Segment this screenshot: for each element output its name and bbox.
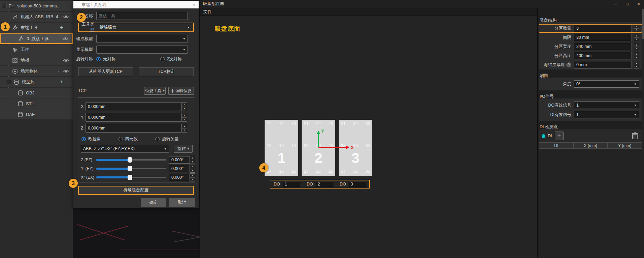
slider-ey[interactable]: [96, 166, 166, 171]
partition-count-input[interactable]: 3: [574, 25, 632, 32]
spinner-down-icon[interactable]: ▼: [634, 38, 639, 41]
visibility-eye-icon[interactable]: [63, 69, 69, 74]
z-input[interactable]: 0.000mm: [86, 124, 182, 133]
spinner-up-icon[interactable]: ▲: [182, 103, 187, 107]
di-table-col-di[interactable]: DI: [539, 143, 574, 148]
tree-item-floor[interactable]: 地板: [0, 55, 73, 65]
add-di-point-button[interactable]: +: [555, 132, 564, 140]
ey-spinner[interactable]: ▲▼: [190, 165, 195, 173]
spinner-down-icon[interactable]: ▼: [634, 65, 639, 68]
spinner-down-icon[interactable]: ▼: [634, 29, 639, 32]
spinner-down-icon[interactable]: ▼: [190, 178, 195, 181]
cancel-button[interactable]: 取消: [169, 198, 195, 207]
partition-height-input[interactable]: 400 mm: [574, 52, 632, 59]
rotate-button[interactable]: 旋转 ▾: [174, 145, 193, 153]
maximize-icon[interactable]: □: [621, 2, 633, 6]
depal-suction-config-button[interactable]: 拆垛吸盘配置: [78, 186, 194, 195]
spinner-down-icon[interactable]: ▼: [182, 107, 187, 111]
pose-tool-button[interactable]: 位姿工具 ▾: [144, 87, 166, 95]
euler-convention-dropdown[interactable]: ABB: Z->Y'->X'' (EZ,EY,EX) ▼: [81, 145, 169, 153]
z-spinner[interactable]: ▲▼: [182, 124, 187, 133]
ez-value[interactable]: 0.000°: [169, 156, 190, 164]
partition-width-spinner[interactable]: ▲▼: [634, 43, 639, 50]
tree-item-solution[interactable]: − solution-503-comma...: [0, 1, 73, 11]
do-input-1[interactable]: 1: [283, 181, 300, 187]
spinner-down-icon[interactable]: ▼: [182, 118, 187, 122]
spinner-up-icon[interactable]: ▲: [190, 156, 195, 160]
spinner-up-icon[interactable]: ▲: [634, 52, 639, 56]
trash-icon[interactable]: [631, 132, 639, 140]
spinner-down-icon[interactable]: ▼: [634, 56, 639, 59]
minimize-icon[interactable]: ─: [610, 2, 621, 6]
tree-item-stl[interactable]: STL: [0, 98, 73, 109]
update-tcp-from-robot-button[interactable]: 从机器人更新TCP: [78, 67, 133, 76]
tree-item-default-tool[interactable]: 0. 默认工具: [0, 33, 73, 44]
expander-icon[interactable]: −: [2, 4, 6, 8]
ok-button[interactable]: 确定: [141, 198, 166, 207]
expander-icon[interactable]: −: [7, 80, 11, 84]
do-signal-dropdown[interactable]: 1 ▼: [574, 102, 639, 109]
visibility-eye-icon[interactable]: [63, 15, 69, 19]
radio-quaternion[interactable]: [118, 137, 123, 141]
x-input[interactable]: 0.000mm: [86, 102, 182, 111]
gap-input[interactable]: 30 mm: [574, 34, 632, 41]
close-icon[interactable]: ✕: [633, 2, 644, 6]
tree-item-end-tools[interactable]: 末端工具 +: [0, 23, 73, 33]
ex-value[interactable]: 0.000°: [169, 174, 190, 181]
spinner-up-icon[interactable]: ▲: [190, 165, 195, 169]
sponge-thickness-spinner[interactable]: ▲▼: [634, 61, 639, 68]
tree-item-obj[interactable]: OBJ: [0, 88, 73, 98]
scrollbar[interactable]: [642, 8, 644, 258]
spinner-down-icon[interactable]: ▼: [190, 169, 195, 173]
do-input-3[interactable]: 3: [349, 181, 366, 187]
y-spinner[interactable]: ▲▼: [182, 113, 187, 122]
suction-zone-1[interactable]: 11 12 13 18 10 14 17 16 15 1: [265, 120, 298, 176]
radio-no-symmetry[interactable]: [96, 57, 101, 61]
tool-type-dropdown[interactable]: 拆垛吸盘 ▼: [98, 23, 192, 31]
dialog-titlebar[interactable]: 末端工具配置 ✕: [73, 1, 199, 8]
collision-model-dropdown[interactable]: ▼: [96, 35, 188, 43]
spinner-up-icon[interactable]: ▲: [634, 34, 639, 38]
edit-pose-button[interactable]: ◎ 编辑位姿: [168, 87, 194, 95]
angle-dropdown[interactable]: 0° ▼: [574, 80, 639, 88]
spinner-up-icon[interactable]: ▲: [634, 43, 639, 47]
ex-spinner[interactable]: ▲▼: [190, 173, 195, 181]
di-table-body[interactable]: [539, 149, 642, 258]
close-icon[interactable]: ✕: [192, 2, 196, 7]
partition-height-spinner[interactable]: ▲▼: [634, 52, 639, 59]
ez-spinner[interactable]: ▲▼: [190, 156, 195, 164]
spinner-down-icon[interactable]: ▼: [190, 160, 195, 164]
partition-width-input[interactable]: 240 mm: [574, 43, 632, 50]
scrollbar-thumb[interactable]: [642, 9, 644, 39]
visibility-eye-icon[interactable]: [63, 58, 69, 63]
radio-euler[interactable]: [81, 137, 86, 141]
di-signal-dropdown[interactable]: 1 ▼: [574, 111, 639, 118]
spinner-up-icon[interactable]: ▲: [190, 174, 195, 178]
partition-count-spinner[interactable]: ▲▼: [634, 25, 639, 32]
slider-ex[interactable]: [96, 175, 166, 180]
radio-rotation-vector[interactable]: [155, 137, 160, 141]
display-model-dropdown[interactable]: ▼: [96, 46, 188, 54]
spinner-up-icon[interactable]: ▲: [182, 124, 187, 128]
add-model-button[interactable]: +: [58, 79, 65, 85]
spinner-down-icon[interactable]: ▼: [182, 128, 187, 133]
visibility-eye-icon[interactable]: [62, 36, 69, 41]
gap-spinner[interactable]: ▲▼: [634, 34, 639, 41]
tree-item-model-library[interactable]: − 模型库 +: [0, 77, 73, 87]
spinner-up-icon[interactable]: ▲: [182, 113, 187, 118]
radio-2fold-symmetry[interactable]: [160, 57, 165, 61]
spinner-up-icon[interactable]: ▲: [634, 61, 639, 65]
tree-item-scene-objects[interactable]: 场景物体 +: [0, 66, 73, 76]
di-table-col-x[interactable]: X (mm): [574, 143, 608, 148]
do-input-2[interactable]: 2: [316, 181, 333, 187]
spinner-up-icon[interactable]: ▲: [634, 25, 639, 29]
spinner-down-icon[interactable]: ▼: [634, 47, 639, 50]
y-input[interactable]: 0.000mm: [86, 113, 182, 122]
add-tool-button[interactable]: +: [58, 24, 65, 31]
di-table-col-y[interactable]: Y (mm): [608, 143, 642, 148]
ey-value[interactable]: 0.000°: [169, 165, 190, 172]
tree-item-dae[interactable]: DAE: [0, 109, 73, 119]
menu-file[interactable]: 文件: [200, 9, 215, 15]
add-scene-object-button[interactable]: +: [55, 68, 63, 75]
help-icon[interactable]: ?: [566, 62, 571, 67]
